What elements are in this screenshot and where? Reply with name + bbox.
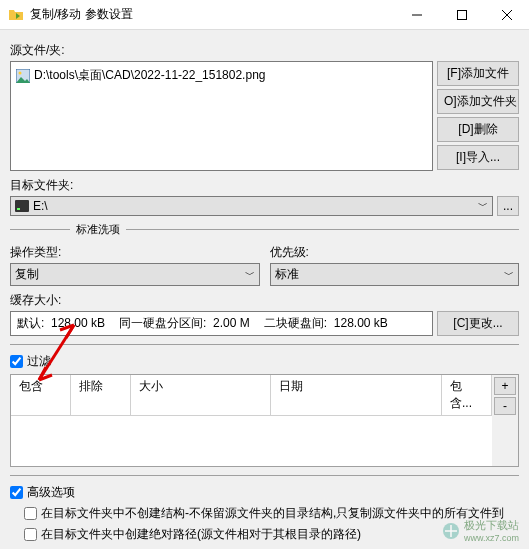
add-file-button[interactable]: [F]添加文件 xyxy=(437,61,519,86)
dest-label: 目标文件夹: xyxy=(10,177,519,194)
cache-info: 默认: 128.00 kB 同一硬盘分区间: 2.00 M 二块硬盘间: 128… xyxy=(10,311,433,336)
window-title: 复制/移动 参数设置 xyxy=(30,6,394,23)
chevron-down-icon: ﹀ xyxy=(478,199,488,213)
col-exclude[interactable]: 排除 xyxy=(71,375,131,415)
maximize-button[interactable] xyxy=(439,0,484,30)
filter-add-button[interactable]: + xyxy=(494,377,516,395)
filter-checkbox[interactable]: 过滤 xyxy=(10,353,519,370)
svg-point-2 xyxy=(19,71,22,74)
cache-label: 缓存大小: xyxy=(10,292,519,309)
adv-opt1[interactable]: 在目标文件夹中不创建结构-不保留源文件夹的目录结构,只复制源文件夹中的所有文件到 xyxy=(24,505,519,522)
delete-button[interactable]: [D]删除 xyxy=(437,117,519,142)
dest-folder-select[interactable]: E:\ ﹀ xyxy=(10,196,493,216)
svg-rect-0 xyxy=(457,10,466,19)
op-type-select[interactable]: 复制﹀ xyxy=(10,263,260,286)
cache-change-button[interactable]: [C]更改... xyxy=(437,311,519,336)
image-file-icon xyxy=(16,69,30,83)
browse-button[interactable]: ... xyxy=(497,196,519,216)
adv-opt2[interactable]: 在目标文件夹中创建绝对路径(源文件相对于其根目录的路径) xyxy=(24,526,519,543)
title-bar: 复制/移动 参数设置 xyxy=(0,0,529,30)
close-button[interactable] xyxy=(484,0,529,30)
source-file-list[interactable]: D:\tools\桌面\CAD\2022-11-22_151802.png xyxy=(10,61,433,171)
col-include2[interactable]: 包含... xyxy=(442,375,492,415)
col-date[interactable]: 日期 xyxy=(271,375,442,415)
chevron-down-icon: ﹀ xyxy=(504,268,514,282)
file-path: D:\tools\桌面\CAD\2022-11-22_151802.png xyxy=(34,67,265,84)
dest-value: E:\ xyxy=(33,199,48,213)
col-include[interactable]: 包含 xyxy=(11,375,71,415)
advanced-checkbox[interactable]: 高级选项 xyxy=(10,484,519,501)
op-type-label: 操作类型: xyxy=(10,244,260,261)
disk-icon xyxy=(15,200,29,212)
filter-header: 包含 排除 大小 日期 包含... xyxy=(11,375,492,416)
filter-body[interactable] xyxy=(11,416,492,466)
source-label: 源文件/夹: xyxy=(10,42,519,59)
list-item[interactable]: D:\tools\桌面\CAD\2022-11-22_151802.png xyxy=(15,66,428,85)
col-size[interactable]: 大小 xyxy=(131,375,271,415)
priority-select[interactable]: 标准﹀ xyxy=(270,263,520,286)
add-folder-button[interactable]: O]添加文件夹 xyxy=(437,89,519,114)
chevron-down-icon: ﹀ xyxy=(245,268,255,282)
filter-remove-button[interactable]: - xyxy=(494,397,516,415)
minimize-button[interactable] xyxy=(394,0,439,30)
import-button[interactable]: [I]导入... xyxy=(437,145,519,170)
app-icon xyxy=(8,7,24,23)
standard-section-header: 标准洗项 xyxy=(10,222,519,236)
priority-label: 优先级: xyxy=(270,244,520,261)
filter-table: 包含 排除 大小 日期 包含... + - xyxy=(10,374,519,467)
